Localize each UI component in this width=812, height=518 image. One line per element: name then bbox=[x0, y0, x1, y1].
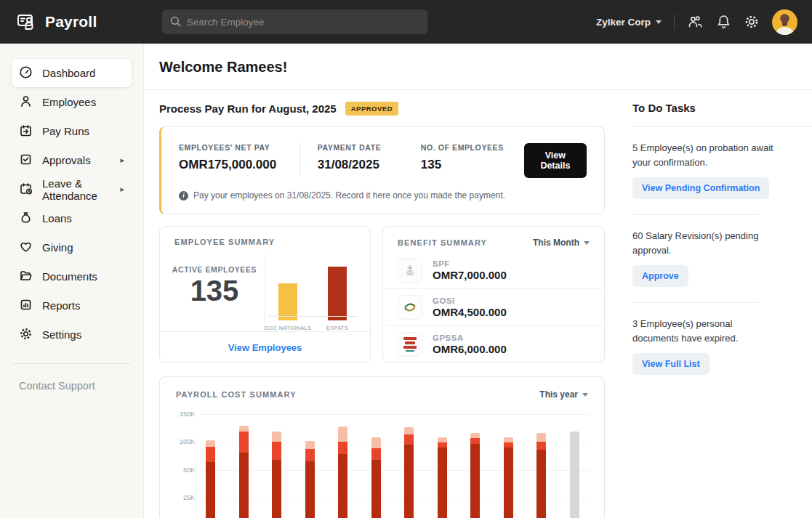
period-value: This year bbox=[539, 389, 578, 400]
benefit-name: GOSI bbox=[433, 296, 507, 305]
app-name: Payroll bbox=[45, 13, 97, 31]
task-text: 3 Employee(s) personal documents have ex… bbox=[632, 317, 774, 345]
task-divider bbox=[632, 302, 758, 303]
chevron-right-icon: ▸ bbox=[120, 185, 124, 194]
gear-icon bbox=[19, 327, 33, 343]
mini-bar-expats: EXPATS bbox=[315, 258, 360, 331]
approve-button[interactable]: Approve bbox=[632, 265, 688, 287]
search-box bbox=[162, 9, 427, 34]
view-details-button[interactable]: View Details bbox=[524, 143, 587, 178]
active-employees-label: ACTIVE EMPLOYEES bbox=[164, 265, 265, 274]
sidebar-item-label: Reports bbox=[42, 299, 81, 312]
task-text: 5 Employee(s) on probation await your co… bbox=[632, 141, 774, 169]
active-employees-value: 135 bbox=[164, 275, 265, 306]
todo-panel: To Do Tasks 5 Employee(s) on probation a… bbox=[632, 100, 812, 518]
sidebar-item-label: Giving bbox=[42, 241, 73, 254]
money-bag-icon bbox=[19, 211, 33, 227]
gear-icon[interactable] bbox=[744, 14, 760, 30]
payroll-logo-icon bbox=[15, 10, 38, 33]
todo-task-expired-documents: 3 Employee(s) personal documents have ex… bbox=[632, 317, 799, 375]
view-employees-link[interactable]: View Employees bbox=[228, 342, 302, 353]
sidebar-item-label: Approvals bbox=[42, 154, 91, 166]
payroll-cost-card: PAYROLL COST SUMMARY This year 150K100K5… bbox=[159, 376, 605, 518]
search-icon bbox=[169, 15, 182, 31]
sidebar-item-label: Loans bbox=[42, 212, 72, 224]
benefit-row-gpssa: GPSSA OMR6,000.000 bbox=[385, 325, 603, 363]
status-badge: APPROVED bbox=[345, 102, 398, 116]
cost-bar-12 bbox=[570, 432, 579, 518]
cost-bar-10 bbox=[504, 437, 513, 518]
sidebar-item-dashboard[interactable]: Dashboard bbox=[12, 59, 132, 87]
org-switcher[interactable]: Zylker Corp bbox=[596, 17, 662, 28]
chevron-down-icon bbox=[584, 241, 590, 245]
contact-support-link[interactable]: Contact Support bbox=[0, 364, 143, 392]
y-axis-tick: 150K bbox=[169, 410, 195, 418]
gridline bbox=[201, 498, 590, 498]
user-avatar[interactable] bbox=[772, 9, 797, 35]
spf-logo bbox=[398, 258, 422, 283]
view-pending-confirmation-button[interactable]: View Pending Confirmation bbox=[632, 177, 769, 199]
sidebar-item-label: Pay Runs bbox=[42, 125, 89, 137]
task-divider bbox=[632, 214, 758, 215]
benefit-name: GPSSA bbox=[433, 333, 507, 342]
sidebar-item-loans[interactable]: Loans bbox=[12, 204, 132, 232]
cost-bar-9 bbox=[470, 433, 480, 518]
cost-bar-8 bbox=[438, 437, 447, 518]
employee-summary-card: EMPLOYEE SUMMARY ACTIVE EMPLOYEES 135 GC… bbox=[159, 226, 371, 363]
y-axis-tick: 25K bbox=[169, 494, 195, 501]
topbar-divider bbox=[674, 14, 675, 30]
users-icon[interactable] bbox=[687, 14, 704, 31]
benefit-summary-card: BENEFIT SUMMARY This Month bbox=[382, 226, 605, 363]
stat-value: 31/08/2025 bbox=[318, 158, 421, 172]
notification-bell-icon[interactable] bbox=[716, 14, 731, 30]
todo-divider bbox=[632, 126, 812, 127]
y-axis-tick: 50K bbox=[169, 466, 195, 474]
benefit-amount: OMR6,000.000 bbox=[433, 343, 507, 355]
benefit-row-spf: SPF OMR7,000.000 bbox=[385, 252, 603, 288]
main-area: Welcome Ramees! Process Pay Run for Augu… bbox=[144, 44, 812, 518]
stat-value: 135 bbox=[421, 158, 524, 172]
benefit-amount: OMR7,000.000 bbox=[433, 269, 507, 281]
welcome-row: Welcome Ramees! bbox=[144, 44, 812, 90]
sidebar: Dashboard Employees Pay bbox=[0, 44, 144, 518]
sidebar-item-approvals[interactable]: Approvals ▸ bbox=[12, 146, 132, 174]
sidebar-item-label: Leave & Attendance bbox=[42, 177, 110, 202]
heart-icon bbox=[19, 240, 33, 256]
stat-label: EMPLOYEES' NET PAY bbox=[179, 143, 300, 152]
benefit-period-dropdown[interactable]: This Month bbox=[533, 238, 590, 248]
sidebar-item-reports[interactable]: Reports bbox=[12, 291, 132, 320]
sidebar-item-pay-runs[interactable]: Pay Runs bbox=[12, 117, 132, 145]
sidebar-item-employees[interactable]: Employees bbox=[12, 88, 132, 116]
todo-task-probation: 5 Employee(s) on probation await your co… bbox=[632, 141, 799, 199]
sidebar-item-documents[interactable]: Documents bbox=[12, 262, 132, 291]
payrun-note: i Pay your employees on 31/08/2025. Reco… bbox=[179, 190, 587, 201]
stat-value: OMR175,000.000 bbox=[179, 158, 300, 172]
sidebar-item-label: Documents bbox=[42, 270, 97, 283]
card-title: EMPLOYEE SUMMARY bbox=[174, 238, 275, 246]
dashboard-icon bbox=[19, 65, 33, 81]
sidebar-item-settings[interactable]: Settings bbox=[12, 320, 132, 349]
cost-period-dropdown[interactable]: This year bbox=[539, 389, 588, 400]
stat-payment-date: PAYMENT DATE 31/08/2025 bbox=[318, 143, 421, 172]
payrun-title-row: Process Pay Run for August, 2025 APPROVE… bbox=[159, 102, 605, 116]
benefit-row-gosi: GOSI OMR4,500.000 bbox=[385, 288, 603, 325]
search-input[interactable] bbox=[162, 9, 427, 34]
gridline bbox=[201, 414, 590, 415]
stat-divider bbox=[300, 143, 300, 177]
gridline bbox=[201, 470, 590, 471]
sidebar-item-giving[interactable]: Giving bbox=[12, 233, 132, 262]
info-icon: i bbox=[179, 191, 188, 201]
sidebar-item-label: Dashboard bbox=[42, 67, 95, 79]
sidebar-item-leave-attendance[interactable]: Leave & Attendance ▸ bbox=[12, 175, 132, 203]
card-title: BENEFIT SUMMARY bbox=[398, 238, 487, 247]
gosi-logo bbox=[398, 295, 422, 320]
person-icon bbox=[19, 94, 33, 110]
view-full-list-button[interactable]: View Full List bbox=[632, 353, 710, 375]
gridline bbox=[201, 442, 590, 442]
stat-label: NO. OF EMPLOYEES bbox=[421, 143, 524, 152]
todo-task-salary-revision: 60 Salary Revision(s) pending approval. … bbox=[632, 229, 799, 287]
stat-net-pay: EMPLOYEES' NET PAY OMR175,000.000 bbox=[179, 143, 300, 172]
app-logo[interactable]: Payroll bbox=[15, 10, 160, 33]
org-name: Zylker Corp bbox=[596, 17, 651, 28]
cost-bar-3 bbox=[272, 432, 281, 518]
